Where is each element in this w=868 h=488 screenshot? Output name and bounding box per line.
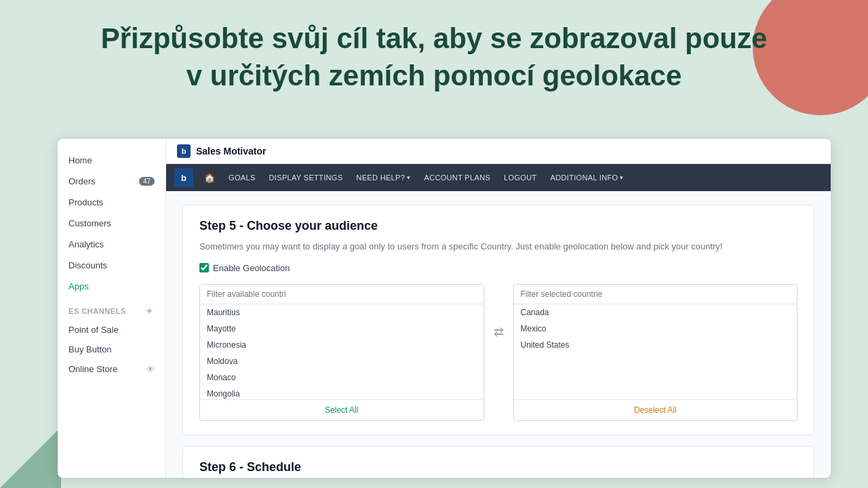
list-item[interactable]: Mexico [514,321,797,337]
sidebar-item-online-store[interactable]: Online Store 👁 [58,359,165,379]
list-item[interactable]: Moldova [200,353,484,369]
nav-item-need-help[interactable]: NEED HELP? ▾ [351,171,416,184]
list-item[interactable]: Canada [514,304,797,321]
nav-item-account-plans[interactable]: ACCOUNT PLANS [418,171,496,184]
available-countries-list: Mauritius Mayotte Micronesia Moldova Mon… [200,304,484,399]
nav-bar: b 🏠 GOALS DISPLAY SETTINGS NEED HELP? ▾ … [166,164,831,191]
transfer-icon[interactable]: ⇄ [492,284,505,340]
nav-item-additional-info[interactable]: ADDITIONAL INFO ▾ [545,171,629,184]
chevron-down-icon: ▾ [407,174,410,181]
geolocation-checkbox[interactable] [199,263,209,272]
nav-item-display-settings[interactable]: DISPLAY SETTINGS [264,171,349,184]
main-content: b Sales Motivator b 🏠 GOALS DISPLAY SETT… [166,139,831,478]
list-item[interactable]: United States [514,337,797,353]
app-logo: b [177,144,191,158]
sidebar-item-discounts[interactable]: Discounts [58,255,165,276]
app-name: Sales Motivator [196,146,266,157]
nav-logo: b [174,168,193,187]
deselect-all-button[interactable]: Deselect All [514,399,797,420]
step5-description: Sometimes you may want to display a goal… [199,240,797,253]
ui-window: Home Orders 47 Products Customers Analyt… [58,139,831,478]
hero-title: Přizpůsobte svůj cíl tak, aby se zobrazo… [41,20,827,94]
step5-card: Step 5 - Choose your audience Sometimes … [182,205,814,435]
content-area: Step 5 - Choose your audience Sometimes … [166,191,831,478]
country-selectors: Mauritius Mayotte Micronesia Moldova Mon… [199,284,797,421]
channels-section-header: ES CHANNELS ＋ [58,297,165,320]
sidebar-item-orders[interactable]: Orders 47 [58,171,165,192]
add-channel-icon[interactable]: ＋ [144,305,155,317]
selected-countries-box: Canada Mexico United States Deselect All [513,284,798,421]
sidebar-item-customers[interactable]: Customers [58,213,165,234]
nav-home-button[interactable]: 🏠 [199,170,220,186]
step6-title: Step 6 - Schedule [199,460,797,474]
list-item[interactable]: Mauritius [200,304,484,321]
list-item[interactable]: Mayotte [200,321,484,337]
hero-section: Přizpůsobte svůj cíl tak, aby se zobrazo… [0,7,868,108]
sidebar: Home Orders 47 Products Customers Analyt… [58,139,166,478]
list-item[interactable]: Mongolia [200,386,484,399]
sidebar-item-apps[interactable]: Apps [58,276,165,297]
step5-title: Step 5 - Choose your audience [199,219,797,233]
app-header-bar: b Sales Motivator [166,139,831,164]
select-all-button[interactable]: Select All [200,399,484,420]
geolocation-checkbox-row: Enable Geolocation [199,263,797,273]
sidebar-item-analytics[interactable]: Analytics [58,234,165,255]
sidebar-item-products[interactable]: Products [58,192,165,213]
eye-icon: 👁 [146,365,155,374]
nav-item-goals[interactable]: GOALS [223,171,261,184]
available-countries-filter[interactable] [200,285,484,304]
sidebar-item-point-of-sale[interactable]: Point of Sale [58,320,165,340]
bg-triangle-decoration [0,427,61,488]
selected-countries-filter[interactable] [514,285,797,304]
selected-countries-list: Canada Mexico United States [514,304,797,399]
list-item[interactable]: Micronesia [200,337,484,353]
available-countries-box: Mauritius Mayotte Micronesia Moldova Mon… [199,284,484,421]
list-item[interactable]: Monaco [200,369,484,386]
geolocation-checkbox-label: Enable Geolocation [213,263,290,273]
sidebar-item-buy-button[interactable]: Buy Button [58,340,165,359]
sidebar-item-home[interactable]: Home [58,150,165,171]
nav-item-logout[interactable]: LOGOUT [498,171,542,184]
step6-card: Step 6 - Schedule If you want to show yo… [182,446,814,479]
chevron-down-icon-2: ▾ [620,174,623,181]
orders-badge: 47 [139,177,155,186]
